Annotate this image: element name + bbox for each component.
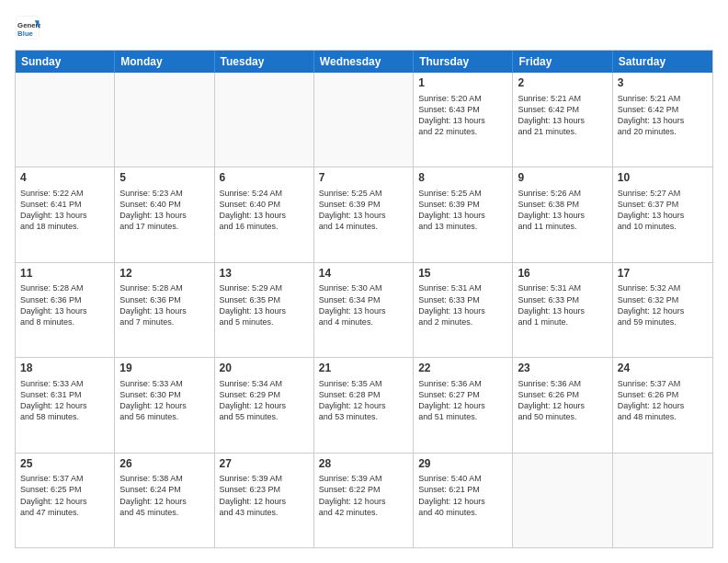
day-number: 18 [20, 362, 109, 376]
cal-cell: 23Sunrise: 5:36 AM Sunset: 6:26 PM Dayli… [513, 358, 612, 452]
cal-row-0: 1Sunrise: 5:20 AM Sunset: 6:43 PM Daylig… [16, 73, 712, 167]
calendar: SundayMondayTuesdayWednesdayThursdayFrid… [15, 50, 713, 548]
day-number: 16 [518, 267, 607, 282]
day-number: 12 [119, 267, 209, 282]
cell-info: Sunrise: 5:25 AM Sunset: 6:39 PM Dayligh… [418, 188, 507, 233]
cell-info: Sunrise: 5:27 AM Sunset: 6:37 PM Dayligh… [618, 188, 708, 233]
cal-row-2: 11Sunrise: 5:28 AM Sunset: 6:36 PM Dayli… [16, 263, 712, 358]
cell-info: Sunrise: 5:34 AM Sunset: 6:29 PM Dayligh… [220, 378, 309, 423]
day-number: 25 [20, 457, 109, 472]
cell-info: Sunrise: 5:20 AM Sunset: 6:43 PM Dayligh… [418, 93, 507, 138]
cal-cell: 10Sunrise: 5:27 AM Sunset: 6:37 PM Dayli… [613, 167, 712, 261]
header-day-friday: Friday [513, 51, 612, 73]
cal-cell: 26Sunrise: 5:38 AM Sunset: 6:24 PM Dayli… [115, 454, 214, 547]
cell-info: Sunrise: 5:33 AM Sunset: 6:31 PM Dayligh… [20, 378, 109, 423]
logo: General Blue [15, 15, 44, 40]
cal-cell: 5Sunrise: 5:23 AM Sunset: 6:40 PM Daylig… [115, 167, 214, 261]
header-day-wednesday: Wednesday [314, 51, 414, 73]
day-number: 27 [220, 457, 309, 472]
day-number: 3 [618, 76, 708, 91]
cal-cell: 16Sunrise: 5:31 AM Sunset: 6:33 PM Dayli… [513, 263, 612, 357]
cell-info: Sunrise: 5:38 AM Sunset: 6:24 PM Dayligh… [119, 473, 209, 518]
day-number: 23 [518, 362, 607, 376]
cell-info: Sunrise: 5:31 AM Sunset: 6:33 PM Dayligh… [518, 282, 607, 327]
cell-info: Sunrise: 5:31 AM Sunset: 6:33 PM Dayligh… [418, 282, 507, 327]
header-day-saturday: Saturday [613, 51, 712, 73]
cal-cell: 28Sunrise: 5:39 AM Sunset: 6:22 PM Dayli… [314, 454, 414, 547]
header-day-monday: Monday [115, 51, 214, 73]
day-number: 7 [319, 171, 408, 186]
cal-row-3: 18Sunrise: 5:33 AM Sunset: 6:31 PM Dayli… [16, 358, 712, 453]
cal-cell: 9Sunrise: 5:26 AM Sunset: 6:38 PM Daylig… [513, 167, 612, 261]
cal-cell [513, 454, 612, 547]
day-number: 11 [20, 267, 109, 282]
cal-cell: 11Sunrise: 5:28 AM Sunset: 6:36 PM Dayli… [16, 263, 115, 357]
day-number: 2 [518, 76, 607, 91]
cell-info: Sunrise: 5:35 AM Sunset: 6:28 PM Dayligh… [319, 378, 408, 423]
cal-row-1: 4Sunrise: 5:22 AM Sunset: 6:41 PM Daylig… [16, 167, 712, 262]
cal-cell: 2Sunrise: 5:21 AM Sunset: 6:42 PM Daylig… [513, 73, 612, 167]
day-number: 14 [319, 267, 408, 282]
header-day-tuesday: Tuesday [215, 51, 314, 73]
cell-info: Sunrise: 5:22 AM Sunset: 6:41 PM Dayligh… [20, 188, 109, 233]
header-day-sunday: Sunday [16, 51, 115, 73]
logo-icon: General Blue [15, 15, 40, 40]
header-day-thursday: Thursday [414, 51, 513, 73]
day-number: 8 [418, 171, 507, 186]
cell-info: Sunrise: 5:28 AM Sunset: 6:36 PM Dayligh… [20, 282, 109, 327]
cal-row-4: 25Sunrise: 5:37 AM Sunset: 6:25 PM Dayli… [16, 454, 712, 547]
day-number: 17 [618, 267, 708, 282]
day-number: 29 [418, 457, 507, 472]
header: General Blue [15, 15, 713, 40]
cal-cell: 19Sunrise: 5:33 AM Sunset: 6:30 PM Dayli… [115, 358, 214, 452]
cell-info: Sunrise: 5:28 AM Sunset: 6:36 PM Dayligh… [119, 282, 209, 327]
cell-info: Sunrise: 5:36 AM Sunset: 6:27 PM Dayligh… [418, 378, 507, 423]
cal-cell: 24Sunrise: 5:37 AM Sunset: 6:26 PM Dayli… [613, 358, 712, 452]
day-number: 15 [418, 267, 507, 282]
cell-info: Sunrise: 5:37 AM Sunset: 6:25 PM Dayligh… [20, 473, 109, 518]
calendar-header: SundayMondayTuesdayWednesdayThursdayFrid… [16, 51, 712, 73]
cell-info: Sunrise: 5:39 AM Sunset: 6:23 PM Dayligh… [220, 473, 309, 518]
day-number: 4 [20, 171, 109, 186]
cal-cell: 20Sunrise: 5:34 AM Sunset: 6:29 PM Dayli… [215, 358, 314, 452]
page: General Blue SundayMondayTuesdayWednesda… [0, 0, 728, 563]
cal-cell: 1Sunrise: 5:20 AM Sunset: 6:43 PM Daylig… [414, 73, 513, 167]
day-number: 20 [220, 362, 309, 376]
cal-cell: 3Sunrise: 5:21 AM Sunset: 6:42 PM Daylig… [613, 73, 712, 167]
cell-info: Sunrise: 5:21 AM Sunset: 6:42 PM Dayligh… [518, 93, 607, 138]
cell-info: Sunrise: 5:32 AM Sunset: 6:32 PM Dayligh… [618, 282, 708, 327]
day-number: 24 [618, 362, 708, 376]
cell-info: Sunrise: 5:21 AM Sunset: 6:42 PM Dayligh… [618, 93, 708, 138]
cal-cell [215, 73, 314, 167]
cell-info: Sunrise: 5:26 AM Sunset: 6:38 PM Dayligh… [518, 188, 607, 233]
day-number: 19 [119, 362, 209, 376]
cal-cell: 13Sunrise: 5:29 AM Sunset: 6:35 PM Dayli… [215, 263, 314, 357]
cal-cell: 17Sunrise: 5:32 AM Sunset: 6:32 PM Dayli… [613, 263, 712, 357]
svg-text:Blue: Blue [17, 29, 34, 38]
cell-info: Sunrise: 5:30 AM Sunset: 6:34 PM Dayligh… [319, 282, 408, 327]
day-number: 26 [119, 457, 209, 472]
cal-cell [115, 73, 214, 167]
day-number: 13 [220, 267, 309, 282]
cal-cell: 4Sunrise: 5:22 AM Sunset: 6:41 PM Daylig… [16, 167, 115, 261]
cal-cell: 14Sunrise: 5:30 AM Sunset: 6:34 PM Dayli… [314, 263, 414, 357]
day-number: 9 [518, 171, 607, 186]
cell-info: Sunrise: 5:40 AM Sunset: 6:21 PM Dayligh… [418, 473, 507, 518]
cal-cell [16, 73, 115, 167]
day-number: 5 [119, 171, 209, 186]
cal-cell: 18Sunrise: 5:33 AM Sunset: 6:31 PM Dayli… [16, 358, 115, 452]
cal-cell: 15Sunrise: 5:31 AM Sunset: 6:33 PM Dayli… [414, 263, 513, 357]
cell-info: Sunrise: 5:25 AM Sunset: 6:39 PM Dayligh… [319, 188, 408, 233]
cal-cell [613, 454, 712, 547]
day-number: 10 [618, 171, 708, 186]
cal-cell: 29Sunrise: 5:40 AM Sunset: 6:21 PM Dayli… [414, 454, 513, 547]
cal-cell: 6Sunrise: 5:24 AM Sunset: 6:40 PM Daylig… [215, 167, 314, 261]
cell-info: Sunrise: 5:29 AM Sunset: 6:35 PM Dayligh… [220, 282, 309, 327]
cell-info: Sunrise: 5:23 AM Sunset: 6:40 PM Dayligh… [119, 188, 209, 233]
cell-info: Sunrise: 5:24 AM Sunset: 6:40 PM Dayligh… [220, 188, 309, 233]
cal-cell: 12Sunrise: 5:28 AM Sunset: 6:36 PM Dayli… [115, 263, 214, 357]
day-number: 1 [418, 76, 507, 91]
cell-info: Sunrise: 5:37 AM Sunset: 6:26 PM Dayligh… [618, 378, 708, 423]
cal-cell: 8Sunrise: 5:25 AM Sunset: 6:39 PM Daylig… [414, 167, 513, 261]
calendar-body: 1Sunrise: 5:20 AM Sunset: 6:43 PM Daylig… [16, 73, 712, 547]
